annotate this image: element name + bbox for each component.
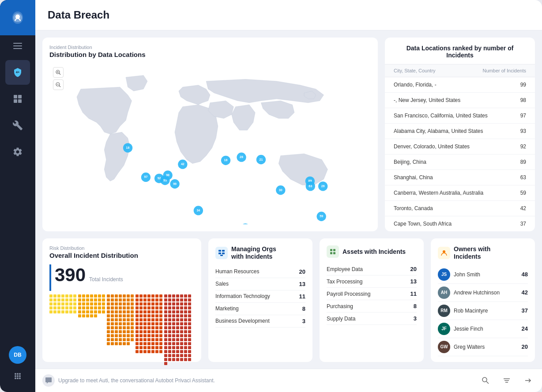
- owner-left: JS John Smith: [438, 268, 480, 281]
- org-item: Marketing8: [215, 303, 305, 315]
- dot: [119, 298, 122, 302]
- dot: [164, 318, 167, 321]
- svg-line-70: [486, 381, 489, 384]
- sidebar-item-shield[interactable]: 4+: [5, 60, 30, 85]
- svg-rect-59: [218, 250, 221, 252]
- map-pin[interactable]: 21: [256, 155, 266, 164]
- dot: [111, 314, 114, 317]
- dot: [127, 338, 130, 341]
- owner-name: Rob Macintyre: [454, 308, 488, 314]
- dot: [151, 318, 154, 321]
- owner-count: 42: [522, 289, 528, 296]
- dot: [151, 302, 154, 305]
- chat-icon[interactable]: [42, 374, 55, 387]
- dot: [164, 306, 167, 309]
- dot: [78, 294, 81, 298]
- dot: [123, 302, 126, 305]
- svg-rect-62: [222, 253, 225, 254]
- dot: [111, 326, 114, 329]
- menu-toggle[interactable]: [0, 35, 35, 57]
- location-name: Toronto, Canada: [394, 205, 520, 211]
- svg-text:18: 18: [126, 146, 130, 150]
- org-item: Information Technology11: [215, 290, 305, 303]
- dot: [164, 298, 167, 302]
- owners-header: Owners with Incidents: [438, 245, 528, 260]
- search-footer-button[interactable]: [478, 373, 493, 388]
- dot: [69, 306, 72, 309]
- apps-icon[interactable]: [9, 367, 26, 385]
- map-pin[interactable]: 28: [237, 153, 246, 162]
- map-pin[interactable]: 30: [276, 185, 285, 195]
- dot: [115, 310, 118, 313]
- dot: [123, 322, 126, 325]
- dot: [184, 298, 187, 302]
- map-pin[interactable]: 99: [170, 179, 179, 188]
- dot: [136, 302, 139, 305]
- dot: [111, 322, 114, 325]
- risk-bar-accent: [49, 264, 51, 291]
- svg-rect-8: [14, 99, 17, 103]
- dot: [188, 342, 191, 345]
- footer-chat: Upgrade to meet Auti, the conversational…: [42, 374, 215, 387]
- dot-segment: [78, 294, 105, 365]
- dot: [139, 342, 143, 345]
- map-pin[interactable]: 18: [221, 156, 230, 165]
- dot: [49, 306, 53, 309]
- dot: [115, 342, 118, 345]
- content-area: Incident Distribution Distribution by Da…: [35, 30, 542, 369]
- owner-avatar: RM: [438, 305, 450, 317]
- dot: [49, 298, 53, 302]
- dot: [184, 322, 187, 325]
- map-pin[interactable]: 26: [318, 181, 327, 191]
- svg-line-22: [59, 86, 60, 87]
- dot: [98, 302, 101, 305]
- location-item: Orlando, Florida, -99: [385, 77, 535, 93]
- dot: [151, 294, 154, 298]
- dot: [139, 302, 143, 305]
- map-pin[interactable]: 59: [316, 212, 326, 221]
- dot: [94, 298, 97, 302]
- arrow-footer-button[interactable]: [521, 373, 535, 388]
- dot: [159, 314, 162, 317]
- owner-avatar: GW: [438, 341, 450, 353]
- sidebar-item-settings[interactable]: [5, 139, 30, 164]
- map-pin[interactable]: 42: [178, 160, 187, 169]
- dot: [136, 334, 139, 337]
- dot: [115, 318, 118, 321]
- zoom-out-button[interactable]: [53, 79, 64, 90]
- map-pin[interactable]: 97: [141, 173, 151, 182]
- dot: [151, 330, 154, 333]
- map-pin[interactable]: 37: [241, 223, 250, 224]
- dot: [188, 294, 191, 298]
- dot: [69, 310, 72, 313]
- dot: [172, 302, 175, 305]
- dot: [115, 314, 118, 317]
- user-avatar[interactable]: DB: [9, 346, 26, 364]
- dot: [176, 330, 179, 333]
- dot: [53, 298, 56, 302]
- org-name: Human Resources: [215, 268, 259, 275]
- filter-footer-button[interactable]: [500, 373, 514, 388]
- dot: [69, 294, 72, 298]
- map-pin[interactable]: 98: [163, 170, 172, 180]
- map-pin[interactable]: 34: [194, 206, 203, 215]
- map-pin[interactable]: 18: [123, 143, 132, 152]
- dot: [168, 358, 171, 361]
- dot: [151, 338, 154, 341]
- dot: [147, 334, 151, 337]
- dot: [73, 294, 76, 298]
- sidebar-item-tools[interactable]: [5, 113, 30, 138]
- dot: [115, 294, 118, 298]
- dot: [188, 302, 191, 305]
- dot: [151, 326, 154, 329]
- location-count: 97: [520, 113, 526, 119]
- sidebar-item-dashboard[interactable]: [5, 87, 30, 111]
- dot: [136, 314, 139, 317]
- map-pin[interactable]: 63: [306, 181, 315, 191]
- zoom-in-button[interactable]: [53, 67, 64, 78]
- dot: [73, 298, 76, 302]
- sidebar-logo[interactable]: [0, 0, 35, 35]
- dot: [98, 306, 101, 309]
- dot: [151, 350, 154, 353]
- dot: [107, 330, 110, 333]
